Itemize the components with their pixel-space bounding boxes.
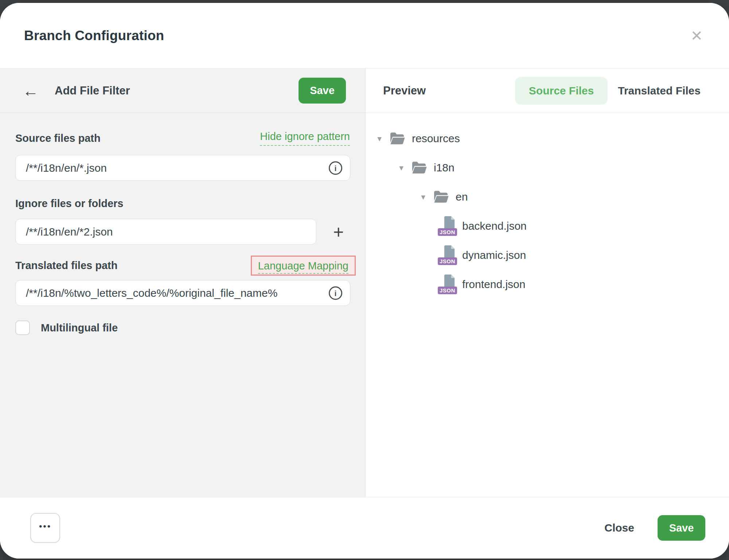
source-files-path-label: Source files path: [15, 132, 101, 144]
modal-footer: ••• Close Save: [0, 497, 729, 559]
tree-file-backend-json[interactable]: JSON backend.json: [440, 211, 729, 241]
json-file-icon: JSON: [440, 245, 456, 265]
translated-files-label: Translated files path: [15, 260, 117, 272]
ignore-input-row: +: [15, 219, 350, 245]
info-icon[interactable]: i: [329, 286, 342, 300]
multilingual-file-row: Multilingual file: [15, 320, 350, 335]
save-button[interactable]: Save: [658, 515, 705, 541]
file-tree: ▾ resources ▾ i18n ▾: [366, 113, 729, 299]
close-button[interactable]: Close: [602, 521, 636, 534]
folder-open-icon: [389, 132, 405, 145]
json-badge: JSON: [438, 228, 457, 236]
source-files-path-field: i: [15, 155, 350, 181]
ignore-files-field: [15, 219, 316, 245]
save-filter-button[interactable]: Save: [299, 78, 346, 104]
translated-files-input[interactable]: [15, 280, 350, 306]
branch-configuration-modal: Branch Configuration ✕ ← Add File Filter…: [0, 3, 729, 559]
tree-folder-en[interactable]: ▾ en: [418, 182, 729, 211]
source-files-path-row: Source files path Hide ignore pattern: [15, 131, 350, 146]
multilingual-checkbox[interactable]: [15, 320, 30, 335]
json-badge: JSON: [438, 257, 457, 265]
source-files-path-input[interactable]: [15, 155, 350, 181]
tree-label: backend.json: [462, 220, 527, 232]
tree-label: resources: [412, 132, 460, 145]
hide-ignore-pattern-link[interactable]: Hide ignore pattern: [260, 131, 350, 146]
modal-header: Branch Configuration ✕: [0, 3, 729, 69]
preview-toolbar: Preview Source Files Translated Files: [366, 69, 729, 113]
filter-panel-title: Add File Filter: [55, 84, 299, 97]
info-glyph: i: [335, 289, 337, 297]
modal-body: ← Add File Filter Save Source files path…: [0, 69, 729, 497]
tree-label: dynamic.json: [462, 249, 526, 261]
filter-toolbar: ← Add File Filter Save: [0, 69, 365, 113]
footer-actions: Close Save: [602, 515, 705, 541]
back-arrow-icon[interactable]: ←: [23, 83, 39, 99]
preview-tabs: Source Files Translated Files: [515, 77, 701, 105]
tab-translated-files[interactable]: Translated Files: [618, 85, 701, 97]
tree-label: frontend.json: [462, 278, 525, 291]
folder-open-icon: [433, 190, 449, 204]
file-filter-panel: ← Add File Filter Save Source files path…: [0, 69, 366, 497]
ignore-files-input[interactable]: [15, 219, 316, 245]
tree-label: i18n: [434, 162, 455, 174]
tree-folder-resources[interactable]: ▾ resources: [375, 124, 729, 153]
translated-files-field: i: [15, 280, 350, 306]
info-glyph: i: [335, 164, 337, 172]
add-ignore-pattern-button[interactable]: +: [331, 222, 346, 241]
close-icon[interactable]: ✕: [690, 28, 703, 43]
folder-open-icon: [411, 161, 427, 175]
json-file-icon: JSON: [440, 275, 456, 294]
ellipsis-icon: •••: [39, 522, 51, 531]
info-icon[interactable]: i: [329, 161, 342, 175]
preview-panel: Preview Source Files Translated Files ▾ …: [366, 69, 729, 497]
preview-title: Preview: [383, 84, 426, 97]
more-options-button[interactable]: •••: [30, 513, 60, 543]
modal-title: Branch Configuration: [24, 28, 164, 43]
translated-files-row: Translated files path Language Mapping: [15, 256, 350, 276]
caret-down-icon[interactable]: ▾: [418, 193, 428, 201]
tree-label: en: [456, 191, 468, 203]
caret-down-icon[interactable]: ▾: [397, 164, 406, 172]
ignore-files-row: Ignore files or folders: [15, 198, 350, 210]
multilingual-label: Multilingual file: [41, 322, 118, 334]
filter-form: Source files path Hide ignore pattern i …: [0, 113, 365, 335]
tree-file-dynamic-json[interactable]: JSON dynamic.json: [440, 241, 729, 270]
tree-folder-i18n[interactable]: ▾ i18n: [397, 153, 729, 182]
caret-down-icon[interactable]: ▾: [375, 135, 384, 143]
tab-source-files[interactable]: Source Files: [515, 77, 608, 105]
language-mapping-link[interactable]: Language Mapping: [258, 260, 348, 274]
language-mapping-highlight: Language Mapping: [251, 256, 356, 276]
json-badge: JSON: [438, 287, 457, 294]
json-file-icon: JSON: [440, 216, 456, 236]
tree-file-frontend-json[interactable]: JSON frontend.json: [440, 270, 729, 299]
ignore-files-label: Ignore files or folders: [15, 198, 124, 210]
